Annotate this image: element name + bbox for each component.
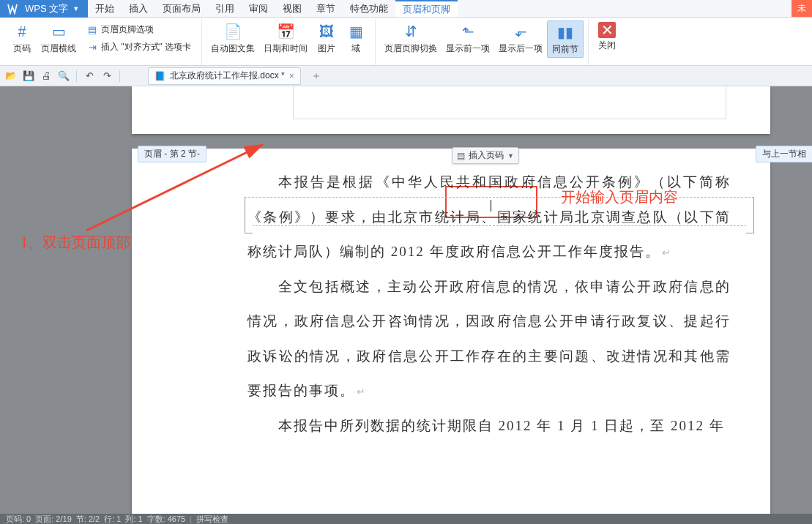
status-line: 行: 1 [104, 514, 121, 525]
save-icon[interactable]: 💾 [22, 70, 35, 83]
tab-page-layout[interactable]: 页面布局 [155, 0, 208, 17]
status-col: 列: 1 [125, 514, 142, 525]
separator [119, 70, 120, 82]
ribbon: # 页码 ▭ 页眉横线 ▤ 页眉页脚选项 ⇥ 插入 "对齐方式" 选项卡 📄 自… [0, 18, 812, 66]
annotation-step1: 1、双击页面顶部 [21, 233, 130, 252]
show-prev-label: 显示前一项 [446, 42, 490, 55]
show-next-button[interactable]: ⬐ 显示后一项 [494, 20, 547, 56]
page-previous-bottom [132, 86, 770, 134]
tab-close-icon[interactable]: × [289, 71, 294, 81]
titlebar-right-button[interactable]: 未 [791, 0, 812, 17]
options-icon: ▤ [86, 23, 98, 35]
auto-text-label: 自动图文集 [211, 42, 255, 55]
doc-name: 北京政府统计工作年报.docx * [170, 70, 285, 82]
header-footer-options-button[interactable]: ▤ 页眉页脚选项 [83, 22, 194, 37]
app-menu-caret-icon[interactable]: ▼ [72, 5, 79, 12]
insert-align-label: 插入 "对齐方式" 选项卡 [101, 41, 191, 53]
page-number-icon: # [12, 22, 32, 41]
tab-references[interactable]: 引用 [208, 0, 242, 17]
open-icon[interactable]: 📂 [4, 70, 18, 83]
quick-access-bar: 📂 💾 🖨 🔍 ↶ ↷ 📘 北京政府统计工作年报.docx * × ＋ [0, 66, 812, 86]
tab-special[interactable]: 特色功能 [343, 0, 395, 17]
statusbar: 页码: 0 页面: 2/19 节: 2/2 行: 1 列: 1 字数: 4675… [0, 514, 812, 524]
document-body-text: 本报告是根据《中华人民共和国政府信息公开条例》（以下简称《条例》）要求，由北京市… [247, 165, 731, 443]
close-hf-button[interactable]: ✕ 关闭 [593, 20, 621, 53]
tab-review[interactable]: 审阅 [242, 0, 275, 17]
status-spellcheck[interactable]: 拼写检查 [196, 514, 228, 525]
document-tab[interactable]: 📘 北京政府统计工作年报.docx * × [148, 67, 301, 85]
hf-switch-button[interactable]: ⇵ 页眉页脚切换 [380, 20, 442, 56]
same-section-icon: ▮▮ [555, 23, 576, 42]
show-prev-button[interactable]: ⬑ 显示前一项 [442, 20, 494, 56]
insert-pn-label: 插入页码 [469, 149, 504, 162]
auto-text-button[interactable]: 📄 自动图文集 [206, 20, 259, 56]
picture-button[interactable]: 🖼 图片 [312, 20, 341, 56]
hf-options-label: 页眉页脚选项 [101, 23, 154, 36]
link-previous-tag: 与上一节相 [756, 146, 812, 162]
menubar: 开始 插入 页面布局 引用 审阅 视图 章节 特色功能 页眉和页脚 未 [88, 0, 812, 18]
picture-label: 图片 [318, 42, 335, 55]
show-next-label: 显示后一项 [499, 42, 543, 55]
header-line-label: 页眉横线 [41, 42, 76, 55]
doc-icon: 📘 [154, 71, 165, 81]
switch-icon: ⇵ [401, 22, 421, 41]
print-preview-icon[interactable]: 🔍 [57, 70, 70, 83]
align-tab-icon: ⇥ [86, 41, 98, 53]
picture-icon: 🖼 [316, 22, 337, 41]
add-tab-button[interactable]: ＋ [311, 70, 321, 83]
next-icon: ⬐ [510, 22, 531, 41]
tab-view[interactable]: 视图 [275, 0, 309, 17]
prev-icon: ⬑ [458, 22, 478, 41]
tab-insert[interactable]: 插入 [122, 0, 155, 17]
tab-section[interactable]: 章节 [309, 0, 343, 17]
return-mark-icon: ↵ [662, 247, 672, 258]
header-section-tag: 页眉 - 第 2 节- [138, 146, 206, 162]
same-section-label: 同前节 [552, 43, 578, 56]
return-mark-icon: ↵ [357, 386, 367, 397]
undo-icon[interactable]: ↶ [83, 70, 96, 83]
header-line-icon: ▭ [48, 22, 69, 41]
wps-logo-icon [4, 1, 21, 17]
page-number-label: 页码 [13, 42, 31, 55]
page-number-button[interactable]: # 页码 [7, 20, 37, 56]
close-icon: ✕ [598, 22, 616, 38]
field-icon: ▦ [346, 22, 366, 41]
print-icon[interactable]: 🖨 [40, 70, 53, 83]
tab-home[interactable]: 开始 [88, 0, 122, 17]
status-section: 节: 2/2 [76, 514, 100, 525]
paragraph-3: 本报告中所列数据的统计期限自 2012 年 1 月 1 日起，至 2012 年 [278, 418, 725, 433]
close-label: 关闭 [598, 40, 616, 52]
insert-align-tab-button[interactable]: ⇥ 插入 "对齐方式" 选项卡 [83, 40, 194, 54]
paragraph-2: 全文包括概述，主动公开政府信息的情况，依申请公开政府信息的情况，政府信息公开咨询… [247, 279, 731, 399]
status-page-code: 页码: 0 [6, 514, 31, 525]
dropdown-caret-icon: ▼ [507, 152, 514, 160]
same-section-button[interactable]: ▮▮ 同前节 [547, 20, 584, 58]
auto-text-icon: 📄 [223, 22, 243, 41]
calendar-icon: 📅 [275, 22, 296, 41]
app-name: WPS 文字 [25, 2, 68, 15]
field-button[interactable]: ▦ 域 [341, 20, 370, 56]
status-page: 页面: 2/19 [35, 514, 72, 525]
datetime-label: 日期和时间 [264, 42, 308, 55]
hf-switch-label: 页眉页脚切换 [384, 42, 437, 55]
separator [76, 70, 77, 82]
header-line-button[interactable]: ▭ 页眉横线 [37, 20, 81, 56]
status-word-count: 字数: 4675 [147, 514, 186, 525]
field-label: 域 [351, 42, 360, 55]
insert-page-number-button[interactable]: ▤ 插入页码 ▼ [452, 147, 519, 164]
datetime-button[interactable]: 📅 日期和时间 [259, 20, 312, 56]
paragraph-1: 本报告是根据《中华人民共和国政府信息公开条例》（以下简称《条例》）要求，由北京市… [247, 174, 731, 259]
tab-header-footer[interactable]: 页眉和页脚 [395, 0, 458, 17]
page-number-small-icon: ▤ [457, 151, 465, 161]
redo-icon[interactable]: ↷ [100, 70, 113, 83]
